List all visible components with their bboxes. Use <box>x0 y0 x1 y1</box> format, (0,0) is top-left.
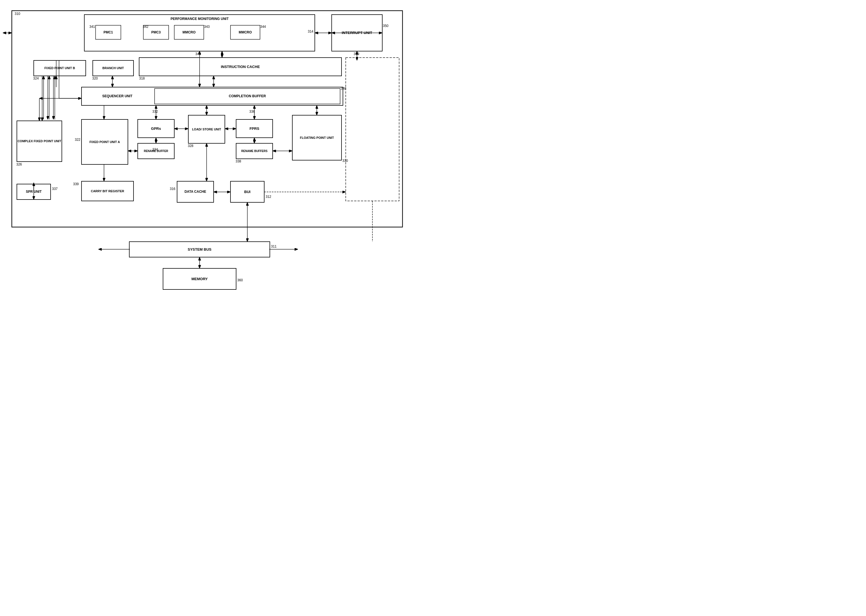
ref-322: 322 <box>75 138 80 141</box>
ref-336: 336 <box>249 110 255 113</box>
completion-buffer-label: COMPLETION BUFFER <box>155 88 340 104</box>
load-store-label: LOAD/ STORE UNIT <box>188 115 225 143</box>
ref-348: 348 <box>341 86 346 91</box>
fixed-point-a-label: FIXED POINT UNIT A <box>82 119 128 164</box>
fprs-label: FPRS <box>236 119 273 138</box>
ref-310: 310 <box>15 12 20 16</box>
ref-316: 316 <box>170 187 175 191</box>
rename-buffer-label: RENAME BUFFER <box>138 143 174 159</box>
carry-bit-label: CARRY BIT REGISTER <box>82 181 134 201</box>
ref-324: 324 <box>33 77 39 80</box>
rename-buffers-label: RENAME BUFFERS <box>236 143 273 159</box>
ref-339: 339 <box>73 182 79 186</box>
diagram-container: 310 PERFORMANCE MONITORING UNIT PMC1 341… <box>0 0 433 308</box>
sequencer-unit-label: SEQUENCER UNIT <box>82 87 153 105</box>
memory-label: MEMORY <box>163 269 236 289</box>
svg-rect-33 <box>346 58 399 201</box>
ref-318: 318 <box>139 77 145 80</box>
branch-unit-label: BRANCH UNIT <box>93 60 134 76</box>
ref-312: 312 <box>266 195 271 199</box>
ref-344: 344 <box>260 25 266 29</box>
ref-343: 343 <box>204 25 210 29</box>
mmcro1-label: MMCRO <box>174 25 204 39</box>
pmc1-label: PMC1 <box>96 25 121 39</box>
ref-311: 311 <box>271 245 277 248</box>
fpu-b-label: FIXED POINT UNIT B <box>34 60 86 76</box>
interrupt-unit-label: INTERRUPT UNIT <box>332 15 382 51</box>
complex-fixed-label: COMPLEX FIXED POINT UNIT <box>17 121 62 162</box>
ref-332: 332 <box>152 110 158 113</box>
floating-point-label: FLOATING POINT UNIT <box>292 115 341 160</box>
pmu-label: PERFORMANCE MONITORING UNIT <box>84 15 315 23</box>
ref-338: 338 <box>236 159 241 163</box>
ref-326: 326 <box>16 162 22 167</box>
bui-label: BUI <box>231 181 264 202</box>
gprs-label: GPRs <box>138 119 174 138</box>
ref-337: 337 <box>52 187 58 191</box>
spr-unit-label: SPR UNIT <box>17 184 50 200</box>
ref-340: 340 <box>195 52 201 56</box>
ref-360: 360 <box>237 278 243 282</box>
ref-328: 328 <box>188 144 193 148</box>
ref-320: 320 <box>92 77 98 80</box>
data-cache-label: DATA CACHE <box>177 181 214 202</box>
ref-350b: 350 <box>354 52 359 56</box>
ref-314: 314 <box>308 30 313 33</box>
ref-350: 350 <box>383 24 388 28</box>
ref-341: 341 <box>90 25 95 29</box>
ref-342: 342 <box>143 25 148 29</box>
ref-330: 330 <box>343 159 348 163</box>
mmcro2-label: MMCRO <box>231 25 260 39</box>
instruction-cache-label: INSTRUCTION CACHE <box>139 58 341 76</box>
system-bus-label: SYSTEM BUS <box>129 242 270 257</box>
